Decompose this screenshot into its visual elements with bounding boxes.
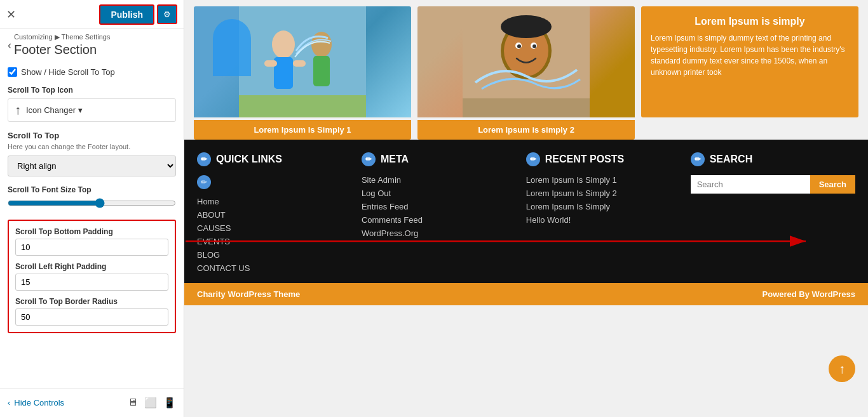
svg-point-5: [311, 32, 332, 57]
footer-link-post-4[interactable]: Hello World!: [526, 215, 684, 225]
footer-link-contact[interactable]: CONTACT US: [197, 263, 355, 273]
breadcrumb-theme-settings[interactable]: Theme Settings: [61, 33, 110, 41]
card-1-title: Lorem Ipsum Is Simply 1: [194, 120, 411, 140]
footer-columns: QUICK LINKS Home ABOUT CAUSES EVENTS BLO…: [197, 152, 855, 277]
tablet-icon[interactable]: ⬜: [144, 397, 157, 409]
search-box: Search: [691, 175, 855, 194]
show-hide-checkbox[interactable]: [8, 67, 17, 77]
recent-posts-label: RECENT POSTS: [545, 154, 624, 165]
svg-rect-3: [264, 60, 277, 67]
search-title: SEARCH: [691, 152, 855, 166]
gear-button[interactable]: ⚙: [157, 4, 177, 24]
align-dropdown[interactable]: Right align Left align Center align: [8, 156, 176, 176]
helper-text: Here you can change the Footer layout.: [8, 143, 176, 150]
svg-rect-16: [463, 98, 590, 117]
footer-bottom-left: Charity WordPress Theme: [197, 289, 300, 299]
svg-rect-4: [293, 60, 306, 67]
icon-changer-select[interactable]: Icon Changer ▾: [26, 105, 83, 115]
bottom-padding-label: Scroll Top Bottom Padding: [15, 227, 168, 236]
meta-icon: [362, 152, 376, 166]
border-radius-input[interactable]: [15, 308, 168, 326]
left-right-padding-input[interactable]: [15, 274, 168, 291]
arrow-up-icon: ↑: [15, 103, 21, 117]
footer-link-causes[interactable]: CAUSES: [197, 223, 355, 233]
main-content: Lorem Ipsum Is Simply 1: [184, 0, 868, 417]
card-3-title: Lorem Ipsum is simply: [651, 16, 849, 27]
quick-links-label: QUICK LINKS: [216, 154, 282, 165]
footer-link-log-out[interactable]: Log Out: [362, 189, 520, 198]
panel-content: Show / Hide Scroll To Top Scroll To Top …: [0, 61, 184, 388]
card-2-title: Lorem Ipsum is simply 2: [417, 120, 635, 140]
svg-point-14: [532, 44, 536, 48]
scroll-to-top-button[interactable]: ↑: [829, 355, 855, 382]
border-radius-label: Scroll To Top Border Radius: [15, 297, 168, 306]
padding-section: Scroll Top Bottom Padding Scroll Left Ri…: [8, 220, 176, 333]
slider-container: [8, 198, 176, 211]
top-bar: ✕ Publish ⚙: [0, 0, 184, 29]
scroll-top-icon-label: Scroll To Top Icon: [8, 86, 176, 95]
card-3-content: Lorem Ipsum is simply Lorem Ipsum is sim…: [641, 6, 858, 117]
card-2: Lorem Ipsum is simply 2: [417, 6, 635, 140]
footer-link-post-2[interactable]: Lorem Ipsum Is Simply 2: [526, 189, 684, 198]
quick-links-icon2: [197, 175, 211, 189]
panel-header: ‹ Customizing ▶ Theme Settings Footer Se…: [0, 29, 184, 61]
close-button[interactable]: ✕: [6, 8, 16, 22]
footer-link-blog[interactable]: BLOG: [197, 250, 355, 260]
svg-point-13: [517, 44, 521, 48]
breadcrumb-separator: ▶: [55, 33, 62, 41]
breadcrumb-customize[interactable]: Customizing: [14, 33, 53, 41]
svg-rect-2: [274, 57, 293, 89]
publish-button[interactable]: Publish: [99, 4, 154, 25]
footer-link-home[interactable]: Home: [197, 197, 355, 206]
footer-link-post-3[interactable]: Lorem Ipsum Is Simply: [526, 202, 684, 211]
footer-link-comments-feed[interactable]: Comments Feed: [362, 215, 520, 225]
card-1: Lorem Ipsum Is Simply 1: [194, 6, 411, 140]
search-input[interactable]: [691, 175, 810, 194]
show-hide-row: Show / Hide Scroll To Top: [8, 67, 176, 77]
card-3: Lorem Ipsum is simply Lorem Ipsum is sim…: [641, 6, 858, 117]
footer-link-about[interactable]: ABOUT: [197, 210, 355, 220]
footer-col-meta: META Site Admin Log Out Entries Feed Com…: [362, 152, 520, 277]
card-1-svg: [194, 6, 411, 117]
bottom-bar: ‹ Hide Controls 🖥 ⬜ 📱: [0, 388, 184, 417]
svg-rect-7: [239, 95, 366, 117]
recent-posts-title: RECENT POSTS: [526, 152, 684, 166]
hide-controls-btn[interactable]: ‹ Hide Controls: [8, 398, 64, 407]
footer-link-entries-feed[interactable]: Entries Feed: [362, 202, 520, 211]
show-hide-label: Show / Hide Scroll To Top: [21, 67, 115, 77]
card-2-svg: [417, 6, 635, 117]
publish-area: Publish ⚙: [99, 4, 177, 25]
chevron-left-icon: ‹: [8, 398, 10, 407]
footer-bottom-right: Powered By WordPress: [763, 289, 855, 299]
desktop-icon[interactable]: 🖥: [128, 397, 138, 409]
left-panel: ✕ Publish ⚙ ‹ Customizing ▶ Theme Settin…: [0, 0, 184, 417]
icon-changer-label: Icon Changer: [26, 105, 76, 115]
footer-link-site-admin[interactable]: Site Admin: [362, 175, 520, 185]
svg-rect-6: [313, 56, 330, 86]
back-button[interactable]: ‹: [8, 39, 11, 52]
scroll-to-top-label: Scroll To Top: [8, 131, 176, 140]
footer-link-wordpress-org[interactable]: WordPress.Org: [362, 228, 520, 238]
search-label: SEARCH: [710, 154, 753, 165]
cards-row: Lorem Ipsum Is Simply 1: [184, 0, 868, 140]
chevron-down-icon: ▾: [78, 105, 83, 115]
meta-title: META: [362, 152, 520, 166]
search-section-icon: [691, 152, 705, 166]
search-button[interactable]: Search: [810, 175, 855, 194]
left-right-padding-label: Scroll Left Right Padding: [15, 262, 168, 271]
quick-links-icon: [197, 152, 211, 166]
icon-changer-row[interactable]: ↑ Icon Changer ▾: [8, 98, 176, 122]
footer-bottom: Charity WordPress Theme Powered By WordP…: [184, 283, 868, 305]
font-size-label: Scroll To Font Size Top: [8, 185, 176, 194]
footer-col-search: SEARCH Search: [691, 152, 855, 277]
mobile-icon[interactable]: 📱: [163, 397, 176, 409]
card-2-image: [417, 6, 635, 117]
hide-controls-label: Hide Controls: [14, 398, 64, 407]
font-size-slider[interactable]: [8, 198, 176, 208]
svg-point-1: [272, 30, 295, 58]
footer-link-events[interactable]: EVENTS: [197, 237, 355, 246]
card-1-image: [194, 6, 411, 117]
footer-link-post-1[interactable]: Lorem Ipsum Is Simply 1: [526, 175, 684, 185]
bottom-padding-input[interactable]: [15, 239, 168, 256]
meta-label: META: [381, 154, 409, 165]
